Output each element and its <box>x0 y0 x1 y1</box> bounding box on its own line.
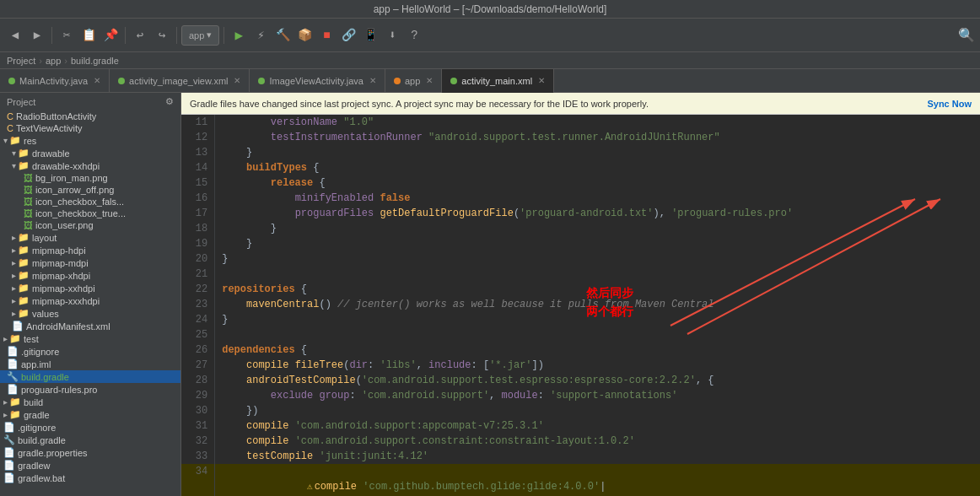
tab-activity-image[interactable]: activity_image_view.xml ✕ <box>110 69 250 93</box>
tab-mainactivity-close[interactable]: ✕ <box>94 76 100 85</box>
sidebar-label: .gitignore <box>21 347 59 357</box>
sidebar-item-bg-iron-man[interactable]: 🖼 bg_iron_man.png <box>0 172 180 184</box>
project-sidebar: Project ⚙ C RadioButtonActivity C TextVi… <box>0 93 181 496</box>
tree-arrow: ▾ <box>12 148 16 158</box>
sidebar-item-mipmap-mdpi[interactable]: ▸ 📁 mipmap-mdpi <box>0 256 180 269</box>
sidebar-item-drawable-xxhdpi[interactable]: ▾ 📁 drawable-xxhdpi <box>0 159 180 172</box>
line-number: 26 <box>181 342 215 358</box>
sidebar-item-textviewactivity[interactable]: C TextViewActivity <box>0 122 180 134</box>
run-button[interactable]: ▶ <box>229 25 249 46</box>
forward-btn[interactable]: ▶ <box>27 25 47 46</box>
back-btn[interactable]: ◀ <box>5 25 25 46</box>
tree-arrow: ▸ <box>3 334 8 343</box>
title-bar: app – HelloWorld – [~/Downloads/demo/Hel… <box>0 0 980 19</box>
notification-message: Gradle files have changed since last pro… <box>190 99 649 109</box>
line-code: }) <box>215 403 980 418</box>
copy-btn[interactable]: 📋 <box>78 25 99 46</box>
sidebar-item-proguard[interactable]: 📄 proguard-rules.pro <box>0 383 180 396</box>
sidebar-label: values <box>32 309 59 319</box>
sidebar-item-mipmap-xxhdpi[interactable]: ▸ 📁 mipmap-xxhdpi <box>0 282 180 294</box>
sidebar-item-build-folder[interactable]: ▸ 📁 build <box>0 396 180 408</box>
code-editor[interactable]: 11 versionName "1.0" 12 testInstrumentat… <box>181 115 980 496</box>
sidebar-label: gradlew.bat <box>18 473 65 483</box>
line-number: 19 <box>181 236 215 251</box>
line-code <box>215 267 980 282</box>
tab-imageviewactivity[interactable]: ImageViewActivity.java ✕ <box>250 69 385 93</box>
file-icon: 🖼 <box>24 208 33 218</box>
build2-btn[interactable]: 📦 <box>294 25 315 46</box>
sidebar-item-app-iml[interactable]: 📄 app.iml <box>0 358 180 370</box>
phone-btn[interactable]: 📱 <box>360 25 380 46</box>
tab-activity-image-close[interactable]: ✕ <box>234 76 240 85</box>
code-line-24: 24 } <box>181 312 980 327</box>
breadcrumb-app[interactable]: app <box>46 56 61 66</box>
app-config-arrow: ▾ <box>207 30 212 40</box>
undo-btn[interactable]: ↩ <box>130 25 150 46</box>
stop-button[interactable]: ■ <box>316 25 337 46</box>
code-line-19: 19 } <box>181 236 980 251</box>
app-config-button[interactable]: app ▾ <box>181 25 219 46</box>
sidebar-item-androidmanifest[interactable]: 📄 AndroidManifest.xml <box>0 320 180 332</box>
tab-activity-main-label: activity_main.xml <box>461 76 532 86</box>
sidebar-item-gradlew-bat[interactable]: 📄 gradlew.bat <box>0 472 180 484</box>
tab-app-close[interactable]: ✕ <box>426 76 433 85</box>
sidebar-item-radiobuttonactivity[interactable]: C RadioButtonActivity <box>0 111 180 122</box>
sidebar-item-mipmap-xxxhdpi[interactable]: ▸ 📁 mipmap-xxxhdpi <box>0 294 180 307</box>
sidebar-item-icon-checkbox-true[interactable]: 🖼 icon_checkbox_true... <box>0 208 180 219</box>
tree-arrow: ▸ <box>12 233 16 242</box>
sidebar-label: drawable-xxhdpi <box>32 161 100 171</box>
sidebar-gear-icon[interactable]: ⚙ <box>165 96 174 107</box>
tab-app[interactable]: app ✕ <box>385 69 442 93</box>
sidebar-item-values[interactable]: ▸ 📁 values <box>0 307 180 320</box>
sidebar-label: mipmap-mdpi <box>32 258 89 268</box>
down-btn[interactable]: ⬇ <box>382 25 402 46</box>
sidebar-item-icon-arrow[interactable]: 🖼 icon_arrow_off.png <box>0 184 180 196</box>
lightning-btn[interactable]: ⚡ <box>250 25 271 46</box>
sidebar-item-res[interactable]: ▾ 📁 res <box>0 134 180 147</box>
sidebar-label: gradle.properties <box>18 448 88 458</box>
sidebar-item-gradlew[interactable]: 📄 gradlew <box>0 459 180 472</box>
redo-btn[interactable]: ↪ <box>152 25 172 46</box>
notification-banner: Gradle files have changed since last pro… <box>181 93 980 115</box>
paste-btn[interactable]: 📌 <box>100 25 121 46</box>
sidebar-item-gradle-properties[interactable]: 📄 gradle.properties <box>0 446 180 459</box>
tab-imageviewactivity-close[interactable]: ✕ <box>369 76 376 85</box>
file-icon: 📄 <box>7 359 19 369</box>
tab-activity-main-close[interactable]: ✕ <box>538 76 545 85</box>
sync-now-link[interactable]: Sync Now <box>927 99 972 109</box>
line-code: testCompile 'junit:junit:4.12' <box>215 449 980 464</box>
sidebar-label: layout <box>32 233 57 243</box>
sidebar-item-gitignore-app[interactable]: 📄 .gitignore <box>0 345 180 358</box>
folder-icon: 📁 <box>18 245 30 256</box>
build-btn[interactable]: 🔨 <box>272 25 293 46</box>
sidebar-item-layout[interactable]: ▸ 📁 layout <box>0 231 180 244</box>
sidebar-item-gradle-folder[interactable]: ▸ 📁 gradle <box>0 408 180 421</box>
file-icon: 📄 <box>3 447 15 458</box>
file-icon: 📄 <box>7 346 19 357</box>
breadcrumb-file[interactable]: build.gradle <box>71 56 119 66</box>
line-number: 28 <box>181 373 215 388</box>
sidebar-item-mipmap-xhdpi[interactable]: ▸ 📁 mipmap-xhdpi <box>0 269 180 282</box>
sidebar-item-test[interactable]: ▸ 📁 test <box>0 332 180 345</box>
sidebar-item-gitignore-root[interactable]: 📄 .gitignore <box>0 421 180 434</box>
line-code: ⚠compile 'com.github.bumptech.glide:glid… <box>215 464 980 496</box>
tree-arrow: ▸ <box>12 258 16 267</box>
sidebar-item-icon-checkbox-false[interactable]: 🖼 icon_checkbox_fals... <box>0 196 180 208</box>
sidebar-item-drawable[interactable]: ▾ 📁 drawable <box>0 147 180 159</box>
code-line-27: 27 compile fileTree(dir: 'libs', include… <box>181 358 980 373</box>
sidebar-item-mipmap-hdpi[interactable]: ▸ 📁 mipmap-hdpi <box>0 244 180 256</box>
code-line-17: 17 proguardFiles getDefaultProguardFile(… <box>181 206 980 221</box>
tab-mainactivity[interactable]: MainActivity.java ✕ <box>0 69 110 93</box>
sidebar-item-build-gradle-root[interactable]: 🔧 build.gradle <box>0 434 180 446</box>
attach-btn[interactable]: 🔗 <box>338 25 358 46</box>
sidebar-item-build-gradle-app[interactable]: 🔧 build.gradle <box>0 370 180 383</box>
line-number: 29 <box>181 388 215 403</box>
breadcrumb-project[interactable]: Project <box>7 56 35 66</box>
help-btn[interactable]: ? <box>404 25 424 46</box>
line-code <box>215 327 980 342</box>
line-number: 22 <box>181 282 215 297</box>
sidebar-item-icon-user[interactable]: 🖼 icon_user.png <box>0 219 180 231</box>
tab-activity-main[interactable]: activity_main.xml ✕ <box>442 69 554 93</box>
cut-btn[interactable]: ✂ <box>57 25 77 46</box>
search-toolbar-icon[interactable]: 🔍 <box>958 27 975 44</box>
